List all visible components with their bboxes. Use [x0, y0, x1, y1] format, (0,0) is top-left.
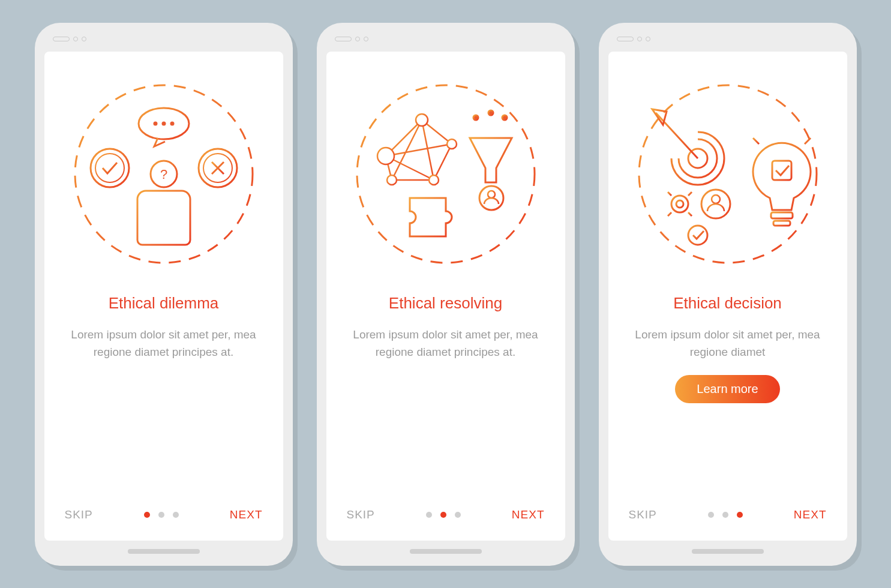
page-dot-2[interactable] [722, 512, 728, 518]
status-dot-icon [355, 37, 360, 41]
onboarding-description: Lorem ipsum dolor sit amet per, mea regi… [62, 326, 265, 361]
status-pill-icon [335, 37, 352, 41]
svg-point-12 [377, 148, 394, 164]
page-dot-3[interactable] [737, 512, 743, 518]
svg-line-39 [668, 192, 671, 196]
status-bar [44, 32, 283, 46]
svg-point-8 [95, 154, 124, 182]
status-dot-icon [73, 37, 78, 41]
svg-rect-28 [773, 221, 790, 226]
svg-point-18 [473, 115, 478, 120]
skip-button[interactable]: SKIP [347, 508, 375, 521]
page-dot-2[interactable] [440, 512, 446, 518]
onboarding-title: Ethical dilemma [109, 294, 219, 313]
svg-point-44 [712, 195, 720, 203]
skip-button[interactable]: SKIP [629, 508, 657, 521]
svg-rect-29 [772, 161, 791, 180]
onboarding-title: Ethical decision [673, 294, 782, 313]
svg-point-20 [488, 110, 493, 115]
page-indicator [708, 512, 743, 518]
svg-line-32 [753, 138, 759, 144]
svg-rect-27 [771, 212, 793, 218]
page-indicator [144, 512, 179, 518]
page-dot-1[interactable] [708, 512, 714, 518]
status-bar [326, 32, 565, 46]
svg-point-24 [488, 191, 495, 198]
svg-point-34 [676, 200, 683, 208]
screen-content: Ethical decision Lorem ipsum dolor sit a… [608, 52, 847, 541]
page-dot-1[interactable] [426, 512, 432, 518]
page-dot-1[interactable] [144, 512, 150, 518]
page-dot-3[interactable] [455, 512, 461, 518]
status-dot-icon [646, 37, 650, 41]
next-button[interactable]: NEXT [512, 508, 545, 521]
page-dot-2[interactable] [158, 512, 164, 518]
decision-illustration-icon [632, 78, 824, 270]
svg-point-5 [161, 121, 166, 125]
svg-point-33 [671, 196, 688, 212]
status-pill-icon [617, 37, 634, 41]
page-indicator [426, 512, 461, 518]
home-indicator-icon [128, 549, 200, 554]
onboarding-title: Ethical resolving [389, 294, 502, 313]
skip-button[interactable]: SKIP [65, 508, 93, 521]
status-dot-icon [637, 37, 642, 41]
phone-mockup-3: Ethical decision Lorem ipsum dolor sit a… [599, 23, 857, 566]
svg-point-16 [387, 175, 397, 185]
onboarding-description: Lorem ipsum dolor sit amet per, mea regi… [626, 326, 829, 361]
screen-content: ? Ethical dilemma Lorem ipsum dolor sit … [44, 52, 283, 541]
home-indicator-icon [692, 549, 764, 554]
next-button[interactable]: NEXT [230, 508, 263, 521]
onboarding-footer: SKIP NEXT [344, 508, 547, 524]
dilemma-illustration-icon: ? [68, 78, 260, 270]
status-dot-icon [364, 37, 368, 41]
page-dot-3[interactable] [173, 512, 179, 518]
learn-more-button[interactable]: Learn more [675, 375, 779, 403]
svg-line-40 [688, 212, 692, 216]
svg-point-14 [447, 139, 457, 149]
svg-line-31 [805, 138, 811, 144]
svg-line-41 [668, 212, 671, 216]
screen-content: Ethical resolving Lorem ipsum dolor sit … [326, 52, 565, 541]
phone-mockup-1: ? Ethical dilemma Lorem ipsum dolor sit … [35, 23, 293, 566]
svg-line-42 [688, 192, 692, 196]
resolving-illustration-icon [350, 78, 542, 270]
onboarding-description: Lorem ipsum dolor sit amet per, mea regi… [344, 326, 547, 361]
svg-point-13 [416, 114, 428, 126]
onboarding-footer: SKIP NEXT [62, 508, 265, 524]
svg-point-7 [91, 149, 129, 187]
status-bar [608, 32, 847, 46]
status-dot-icon [82, 37, 86, 41]
next-button[interactable]: NEXT [794, 508, 827, 521]
home-indicator-icon [410, 549, 482, 554]
svg-text:?: ? [160, 167, 167, 182]
svg-point-22 [502, 115, 507, 120]
status-pill-icon [53, 37, 70, 41]
svg-point-6 [170, 121, 174, 125]
svg-point-15 [429, 175, 439, 185]
phone-mockup-2: Ethical resolving Lorem ipsum dolor sit … [317, 23, 575, 566]
svg-point-4 [153, 121, 157, 125]
svg-point-45 [688, 226, 707, 245]
onboarding-footer: SKIP NEXT [626, 508, 829, 524]
